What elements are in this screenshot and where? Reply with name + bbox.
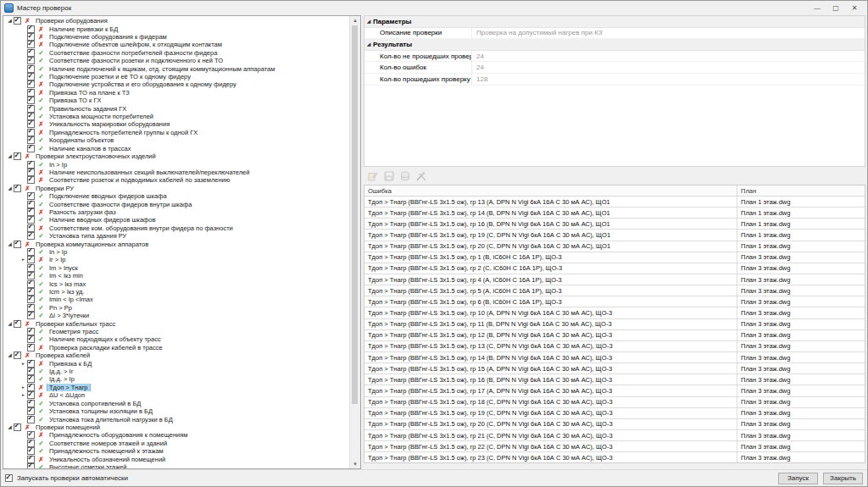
checkbox[interactable] [27,129,35,136]
scroll-up-icon[interactable]: ▲ [350,16,360,25]
expander-open-icon[interactable]: ◢ [6,17,14,25]
checkbox[interactable] [27,416,35,423]
auto-run-option[interactable]: Запускать проверки автоматически [5,474,128,482]
tree-item[interactable]: ✓Привязка ТО к ГХ [3,97,349,104]
checkbox[interactable] [27,344,35,351]
property-row[interactable]: Описание проверкиПроверка на допустимый … [364,28,865,40]
tree-group-item[interactable]: ◢✗Проверки РУ [3,185,349,192]
checkbox[interactable] [27,375,35,383]
table-row[interactable]: Тдоп > Тнагр (ВВГнг-LS 3х1.5 ож), гр 14 … [364,352,865,363]
checkbox[interactable] [27,136,35,144]
scroll-down-icon[interactable]: ▼ [350,460,360,468]
expander-open-icon[interactable]: ◢ [364,19,373,24]
expander-open-icon[interactable]: ◢ [6,423,14,431]
checkbox[interactable] [14,17,21,25]
checkbox[interactable] [27,256,35,263]
tree-item[interactable]: ✓Iд.д. > Ip [3,375,349,383]
tree-item[interactable]: ✓In > Ip [3,160,349,168]
checkbox[interactable] [27,113,35,120]
checkbox[interactable] [27,463,35,468]
expander-closed-icon[interactable]: ▸ [19,384,27,391]
tree-item[interactable]: ✓Pn > Pp [3,304,349,312]
tree-group-item[interactable]: ◢✗Проверки помещений [3,423,349,431]
tree-item[interactable]: ✓Соответствие номеров этажей и зданий [3,440,349,447]
tree-item[interactable]: ✓Соответствие фазности фидеров внутри шк… [3,200,349,208]
expander-open-icon[interactable]: ◢ [6,152,14,160]
checkbox[interactable] [27,41,35,48]
expander-open-icon[interactable]: ◢ [6,185,14,192]
checkbox[interactable] [27,232,35,240]
edit-icon[interactable] [368,171,378,181]
tree-item[interactable]: ✓Геометрия трасс [3,328,349,335]
checkbox[interactable] [27,201,35,208]
table-row[interactable]: Тдоп > Тнагр (ВВГнг-LS 3х1.5 ож), гр 16 … [364,219,865,230]
tree-item[interactable]: ✓Установка типа здания РУ [3,232,349,240]
checkbox[interactable] [27,456,35,463]
table-row[interactable]: Тдоп > Тнагр (ВВГнг-LS 3х1.5 ож), гр 22 … [364,441,865,452]
tree-item[interactable]: ✗Проверка раскладки кабелей в трассе [3,344,349,351]
tree-item[interactable]: ✓Ics > Iкз max [3,279,349,287]
table-row[interactable]: Тдоп > Тнагр (ВВГнг-LS 3х1.5 ож), гр 20 … [364,241,865,252]
checkbox[interactable] [27,145,35,152]
tree-item[interactable]: ✓In > Ip [3,248,349,256]
table-row[interactable]: Тдоп > Тнагр (ВВГнг-LS 3х1.5 ож), гр 19 … [364,408,865,419]
table-row[interactable]: Тдоп > Тнагр (ВВГнг-LS 3х1.5 ож), гр 13 … [364,341,865,352]
tree-item[interactable]: ✓Наличие подключений к ящикам, отд. стоя… [3,64,349,72]
table-row[interactable]: Тдоп > Тнагр (ВВГнг-LS 3х1.5 ож), гр 11 … [364,319,865,330]
checkbox[interactable] [27,296,35,303]
tools-icon[interactable] [416,171,426,181]
property-row[interactable]: Кол-во прошедших проверку объек...128 [364,74,865,86]
table-row[interactable]: Тдоп > Тнагр (ВВГнг-LS 3х1.5 ож), гр 1 (… [364,252,865,263]
property-group-row[interactable]: ◢Результаты [364,39,865,51]
checkbox[interactable] [27,224,35,232]
tree-group-item[interactable]: ◢✗Проверки оборудования [3,17,349,25]
checkbox[interactable] [14,152,21,160]
tree-item[interactable]: ✓Подключение розетки и её ТО к одному фи… [3,73,349,80]
tree-item[interactable]: ✗Привязка ТО на плане к ТЗ [3,89,349,97]
checkbox[interactable] [27,248,35,256]
table-row[interactable]: Тдоп > Тнагр (ВВГнг-LS 3х1.5 ож), гр 6 (… [364,296,865,307]
checkbox[interactable] [27,80,35,88]
expander-closed-icon[interactable]: ▸ [19,391,27,399]
checkbox[interactable] [14,185,21,192]
checkbox[interactable] [27,304,35,312]
checkbox[interactable] [27,57,35,64]
tree-group-item[interactable]: ◢✗Проверка коммутационных аппаратов [3,240,349,247]
checkbox[interactable] [27,272,35,279]
expander-open-icon[interactable]: ◢ [6,241,14,248]
tree-item[interactable]: ✓Iд.д. > Ir [3,368,349,375]
tree-item[interactable]: ✓Наличие вводных фидеров шкафов [3,216,349,224]
scrollbar-track[interactable] [350,25,360,460]
property-row[interactable]: Кол-во ошибок24 [364,62,865,74]
table-row[interactable]: Тдоп > Тнагр (ВВГнг-LS 3х1.5 ож), гр 15 … [364,363,865,374]
maximize-icon[interactable]: ▢ [826,3,845,14]
tree-item[interactable]: ✓Установка тока длительной нагрузки в БД [3,415,349,423]
table-row[interactable]: Тдоп > Тнагр (ВВГнг-LS 3х1.5 ож), гр 4 (… [364,274,865,285]
table-row[interactable]: Тдоп > Тнагр (ВВГнг-LS 3х1.5 ож), гр 20 … [364,419,865,430]
property-group-row[interactable]: ◢Параметры [364,16,865,28]
tree-item[interactable]: ✗Соответствие ком. оборудования внутри ф… [3,224,349,232]
checkbox[interactable] [27,368,35,375]
tree-item[interactable]: ✓ΔI > 3*Iутечки [3,312,349,319]
property-row[interactable]: Кол-во не прошедших проверку об...24 [364,51,865,63]
checkbox[interactable] [27,25,35,33]
checkbox[interactable] [14,423,21,431]
checkbox[interactable] [27,264,35,272]
expander-open-icon[interactable]: ◢ [364,42,373,47]
checkbox[interactable] [27,216,35,224]
checkbox[interactable] [27,105,35,113]
table-row[interactable]: Тдоп > Тнагр (ВВГнг-LS 3х1.5 ож), гр 23 … [364,452,865,463]
checkbox[interactable] [14,241,21,248]
checkbox[interactable] [27,431,35,439]
tree-scrollbar[interactable]: ▲ ▼ [349,16,360,468]
table-row[interactable]: Тдоп > Тнагр (ВВГнг-LS 3х1.5 ож), гр 18 … [364,397,865,408]
tree-item[interactable]: ✓Координаты объектов [3,136,349,144]
tree-item[interactable]: ✓Установка мощности потребителей [3,113,349,120]
tree-item[interactable]: ▸✗Ir > Ip [3,256,349,263]
table-row[interactable]: Тдоп > Тнагр (ВВГнг-LS 3х1.5 ож), гр 16 … [364,374,865,385]
checkbox[interactable] [27,97,35,104]
expander-closed-icon[interactable]: ▸ [19,360,27,368]
tree-item[interactable]: ✗Принадлежность оборудования к помещения… [3,431,349,439]
checkbox[interactable] [27,391,35,399]
checkbox[interactable] [27,328,35,335]
